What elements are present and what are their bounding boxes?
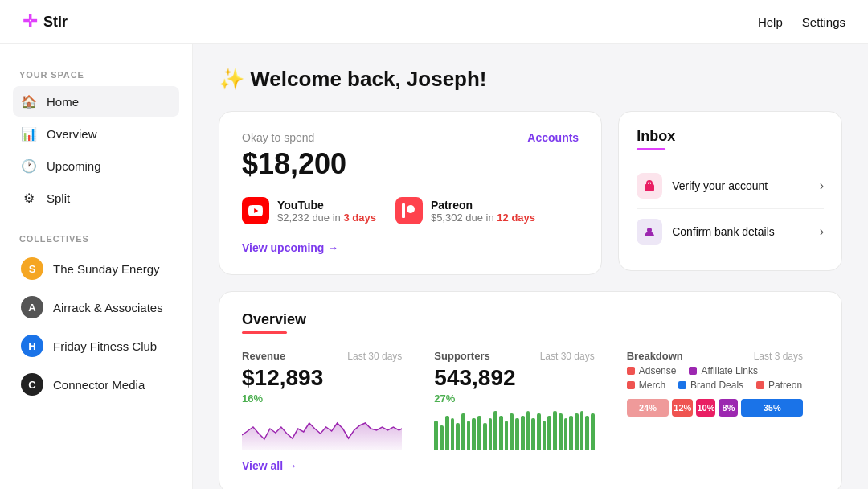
patreon-due: $5,302 due in 12 days — [431, 212, 535, 224]
bar-item — [499, 416, 503, 450]
sidebar-item-split-label: Split — [47, 191, 70, 205]
svg-rect-1 — [402, 203, 405, 218]
patreon-info: Patreon $5,302 due in 12 days — [431, 199, 535, 224]
spend-amount: $18,200 — [242, 147, 579, 181]
breakdown-header: Breakdown Last 3 days — [627, 350, 803, 362]
breakdown-block: Breakdown Last 3 days Adsense Affiliate … — [611, 350, 819, 450]
legend-merch: Merch — [627, 380, 665, 391]
breakdown-bar-item: 12% — [672, 399, 693, 417]
spend-label: Okay to spend — [242, 131, 314, 144]
youtube-logo — [242, 197, 269, 224]
revenue-svg — [242, 411, 402, 450]
overview-underline — [242, 331, 287, 334]
bar-item — [472, 418, 476, 450]
adsense-label: Adsense — [639, 365, 677, 376]
bar-item — [489, 418, 493, 450]
view-all-link[interactable]: View all → — [242, 459, 297, 472]
supporters-period: Last 30 days — [540, 351, 595, 362]
legend-affiliate: Affiliate Links — [689, 365, 757, 376]
bar-item — [467, 421, 471, 450]
bar-item — [526, 411, 530, 450]
airrack-label: Airrack & Associates — [53, 301, 163, 314]
svg-point-0 — [407, 205, 415, 213]
sidebar-item-home[interactable]: 🏠 Home — [13, 86, 179, 117]
inbox-underline — [637, 148, 665, 150]
logo-text: Stir — [43, 14, 68, 31]
airrack-avatar: A — [21, 296, 43, 318]
sidebar-item-airrack[interactable]: A Airrack & Associates — [13, 289, 179, 326]
sidebar-item-friday-fitness[interactable]: H Friday Fitness Club — [13, 327, 179, 364]
topnav-links: Help Settings — [758, 15, 845, 29]
sidebar: YOUR SPACE 🏠 Home 📊 Overview 🕐 Upcoming … — [0, 44, 193, 489]
breakdown-bar-item: 24% — [627, 399, 669, 417]
breakdown-bar-item: 10% — [696, 399, 715, 417]
overview-title: Overview — [242, 311, 819, 328]
inbox-title: Inbox — [637, 128, 824, 145]
revenue-chart — [242, 411, 402, 450]
home-icon: 🏠 — [21, 93, 37, 109]
split-icon: ⚙ — [21, 190, 37, 206]
supporters-change: 27% — [434, 392, 594, 405]
bar-item — [591, 413, 595, 450]
youtube-due: $2,232 due in 3 days — [277, 212, 376, 224]
logo[interactable]: ✛ Stir — [23, 11, 68, 32]
bar-item — [456, 423, 460, 450]
merch-label: Merch — [639, 380, 665, 391]
accounts-link[interactable]: Accounts — [527, 131, 579, 144]
affiliate-dot — [689, 367, 697, 375]
revenue-period: Last 30 days — [347, 351, 402, 362]
patreon-legend-label: Patreon — [768, 380, 802, 391]
patreon-logo — [395, 197, 423, 224]
inbox-item-bank[interactable]: Confirm bank details › — [637, 209, 824, 254]
help-link[interactable]: Help — [758, 15, 783, 29]
spend-card-top: Okay to spend Accounts — [242, 131, 579, 144]
view-upcoming-link[interactable]: View upcoming → — [242, 241, 338, 254]
verify-chevron: › — [820, 179, 824, 193]
svg-rect-4 — [649, 182, 650, 186]
supporters-block: Supporters Last 30 days 543,892 27% — [418, 350, 610, 450]
patreon-name: Patreon — [431, 199, 535, 212]
bar-item — [575, 413, 579, 450]
settings-link[interactable]: Settings — [802, 15, 845, 29]
connector-media-avatar: C — [21, 373, 43, 396]
sidebar-item-sunday-energy[interactable]: S The Sunday Energy — [13, 250, 179, 287]
breakdown-label: Breakdown — [627, 350, 683, 362]
sidebar-item-overview[interactable]: 📊 Overview — [13, 118, 179, 149]
sidebar-item-upcoming-label: Upcoming — [47, 159, 101, 173]
upcoming-icon: 🕐 — [21, 158, 37, 174]
breakdown-legend: Adsense Affiliate Links Merch Brand — [627, 365, 803, 391]
bar-item — [440, 425, 444, 450]
inbox-item-verify[interactable]: Verify your account › — [637, 163, 824, 209]
overview-card: Overview Revenue Last 30 days $12,893 16… — [219, 291, 842, 489]
bar-item — [515, 418, 519, 450]
revenue-header: Revenue Last 30 days — [242, 350, 402, 362]
bank-chevron: › — [820, 224, 824, 239]
supporters-value: 543,892 — [434, 365, 594, 391]
bar-item — [434, 421, 438, 450]
adsense-dot — [627, 367, 635, 375]
bar-item — [461, 413, 465, 450]
sidebar-item-home-label: Home — [47, 95, 79, 109]
bank-label: Confirm bank details — [672, 225, 775, 238]
logo-icon: ✛ — [23, 11, 37, 32]
youtube-info: YouTube $2,232 due in 3 days — [277, 199, 376, 224]
sidebar-item-connector-media[interactable]: C Connector Media — [13, 366, 179, 403]
bar-item — [477, 416, 481, 450]
bar-item — [547, 416, 551, 450]
breakdown-bars: 24%12%10%8%35% — [627, 399, 803, 417]
brand-dot — [678, 381, 686, 389]
due-item-youtube: YouTube $2,232 due in 3 days — [242, 197, 376, 224]
bar-item — [505, 421, 509, 450]
bank-icon — [637, 219, 662, 244]
supporters-label: Supporters — [434, 350, 489, 362]
sidebar-item-overview-label: Overview — [47, 127, 97, 141]
bar-item — [510, 413, 514, 450]
legend-adsense: Adsense — [627, 365, 677, 376]
bar-item — [569, 416, 573, 450]
welcome-emoji: ✨ — [219, 67, 244, 91]
sidebar-item-split[interactable]: ⚙ Split — [13, 183, 179, 213]
bar-item — [493, 411, 497, 450]
spend-card: Okay to spend Accounts $18,200 YouTube $… — [219, 111, 602, 275]
sidebar-item-upcoming[interactable]: 🕐 Upcoming — [13, 150, 179, 181]
connector-media-label: Connector Media — [53, 378, 145, 392]
